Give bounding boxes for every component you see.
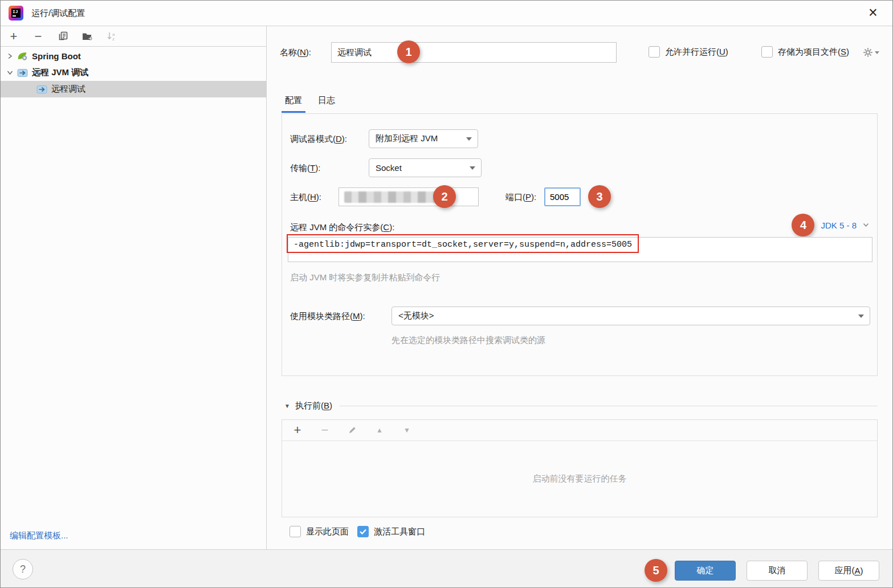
store-as-project-file-label: 存储为项目文件(S) <box>778 47 849 58</box>
host-label: 主机(H): <box>290 187 321 206</box>
tree-item-spring-boot[interactable]: Spring Boot <box>1 48 266 64</box>
run-debug-configurations-dialog: IJ 运行/调试配置 × + − <box>0 0 893 588</box>
move-up-icon[interactable]: ▲ <box>373 424 386 436</box>
move-down-icon[interactable]: ▼ <box>401 424 413 436</box>
name-input[interactable] <box>331 42 617 63</box>
port-input[interactable] <box>544 187 581 206</box>
title-bar: IJ 运行/调试配置 × <box>1 1 892 26</box>
checkmark-icon <box>359 528 367 535</box>
show-this-page-label: 显示此页面 <box>306 526 349 537</box>
close-icon[interactable]: × <box>863 3 883 23</box>
annotation-badge-3: 3 <box>588 185 611 208</box>
transport-value: Socket <box>376 163 402 173</box>
configurations-sidebar: + − a z <box>1 26 267 549</box>
port-label: 端口(P): <box>505 187 536 206</box>
copy-configuration-icon[interactable] <box>56 30 69 43</box>
sort-configurations-icon[interactable]: a z <box>105 30 118 43</box>
tree-item-remote-debug-selected[interactable]: 远程调试 <box>1 81 266 97</box>
dropdown-arrow-icon <box>466 137 472 141</box>
module-classpath-hint: 先在选定的模块类路径中搜索调试类的源 <box>392 335 545 346</box>
name-label: 名称(N): <box>280 42 311 63</box>
section-divider <box>340 406 878 406</box>
tab-bar: 配置 日志 <box>282 91 339 113</box>
module-classpath-select[interactable]: <无模块> <box>392 307 870 325</box>
edit-configuration-templates-link[interactable]: 编辑配置模板... <box>10 530 68 541</box>
edit-task-icon[interactable] <box>346 424 358 436</box>
intellij-logo-icon: IJ <box>9 6 23 21</box>
show-this-page-checkbox[interactable]: 显示此页面 <box>289 526 349 537</box>
dialog-title: 运行/调试配置 <box>31 8 85 19</box>
checkbox-unchecked[interactable] <box>649 46 660 58</box>
module-classpath-value: <无模块> <box>398 311 434 321</box>
checkbox-unchecked[interactable] <box>761 46 773 58</box>
dropdown-arrow-icon <box>470 166 475 170</box>
debugger-mode-label: 调试器模式(D): <box>290 129 347 148</box>
annotation-badge-2: 2 <box>433 185 456 208</box>
transport-label: 传输(T): <box>290 158 320 177</box>
checkbox-unchecked[interactable] <box>289 526 301 537</box>
host-value-redacted <box>344 191 446 203</box>
tree-item-remote-jvm-debug[interactable]: 远程 JVM 调试 <box>1 64 266 81</box>
debugger-mode-value: 附加到远程 JVM <box>376 133 438 144</box>
configuration-editor: 名称(N): 1 允许并行运行(U) 存储为项目文件(S) 配置 日志 调试 <box>267 26 893 549</box>
transport-select[interactable]: Socket <box>369 158 482 177</box>
remote-debug-icon <box>36 85 47 94</box>
help-button[interactable]: ? <box>13 559 33 579</box>
allow-parallel-run-label: 允许并行运行(U) <box>665 47 728 58</box>
jdk-version-row: 4 JDK 5 - 8 <box>792 214 869 236</box>
apply-button[interactable]: 应用(A) <box>818 561 879 581</box>
svg-text:z: z <box>112 36 115 41</box>
annotation-badge-4: 4 <box>792 214 814 236</box>
before-launch-section[interactable]: ▼ 执行前(B) <box>284 401 878 411</box>
jvm-args-hint: 启动 JVM 时将实参复制并粘贴到命令行 <box>290 272 440 283</box>
tree-item-label: 远程调试 <box>51 84 85 95</box>
before-launch-title: 执行前(B) <box>295 401 332 411</box>
debugger-mode-select[interactable]: 附加到远程 JVM <box>369 129 478 148</box>
ok-button[interactable]: 确定 <box>675 561 736 581</box>
tab-logs[interactable]: 日志 <box>315 91 339 113</box>
dropdown-arrow-icon <box>858 315 864 318</box>
tree-item-label: 远程 JVM 调试 <box>32 67 88 78</box>
remove-configuration-button[interactable]: − <box>32 30 44 43</box>
activate-tool-window-checkbox[interactable]: 激活工具窗口 <box>357 526 425 537</box>
before-launch-toolbar: + − ▲ ▼ <box>282 420 877 441</box>
new-folder-icon[interactable] <box>81 30 93 43</box>
add-task-button[interactable]: + <box>291 424 304 436</box>
chevron-down-icon <box>863 223 869 227</box>
expander-icon[interactable]: ▼ <box>284 403 290 409</box>
chevron-down-icon <box>875 51 879 54</box>
configurations-tree: Spring Boot 远程 JVM 调试 远程调试 <box>1 47 266 97</box>
jdk-version-link[interactable]: JDK 5 - 8 <box>821 220 857 230</box>
jvm-args-label: 远程 JVM 的命令行实参(C): <box>290 222 394 233</box>
annotation-badge-5: 5 <box>645 559 667 582</box>
host-input[interactable] <box>339 187 479 206</box>
dialog-footer: ? 5 确定 取消 应用(A) <box>1 549 892 588</box>
chevron-right-icon <box>7 53 13 59</box>
chevron-down-icon <box>7 70 13 76</box>
annotation-badge-1: 1 <box>397 40 420 63</box>
remote-debug-icon <box>17 68 28 77</box>
store-options-gear-icon[interactable] <box>863 47 879 58</box>
tree-item-label: Spring Boot <box>32 51 81 61</box>
before-launch-panel: + − ▲ ▼ 启动前没有要运行的任务 <box>282 419 878 517</box>
module-classpath-label: 使用模块类路径(M): <box>290 307 365 325</box>
add-configuration-button[interactable]: + <box>7 30 20 43</box>
allow-parallel-run-checkbox[interactable]: 允许并行运行(U) <box>649 46 728 58</box>
store-as-project-file-checkbox[interactable]: 存储为项目文件(S) <box>761 46 849 58</box>
remove-task-button[interactable]: − <box>319 424 331 436</box>
page-options-row: 显示此页面 激活工具窗口 <box>289 526 425 537</box>
cancel-button[interactable]: 取消 <box>747 561 808 581</box>
configuration-tab-panel: 调试器模式(D): 附加到远程 JVM 传输(T): Socket 主机(H):… <box>282 113 878 376</box>
spring-boot-icon <box>17 51 28 61</box>
footer-buttons: 5 确定 取消 应用(A) <box>645 559 879 582</box>
sidebar-toolbar: + − a z <box>1 26 266 47</box>
jvm-args-textarea[interactable]: -agentlib:jdwp=transport=dt_socket,serve… <box>288 237 872 262</box>
activate-tool-window-label: 激活工具窗口 <box>374 526 425 537</box>
tab-configuration[interactable]: 配置 <box>282 91 305 113</box>
jvm-args-value: -agentlib:jdwp=transport=dt_socket,serve… <box>288 238 872 250</box>
before-launch-empty-text: 启动前没有要运行的任务 <box>282 441 877 517</box>
checkbox-checked[interactable] <box>357 526 369 537</box>
